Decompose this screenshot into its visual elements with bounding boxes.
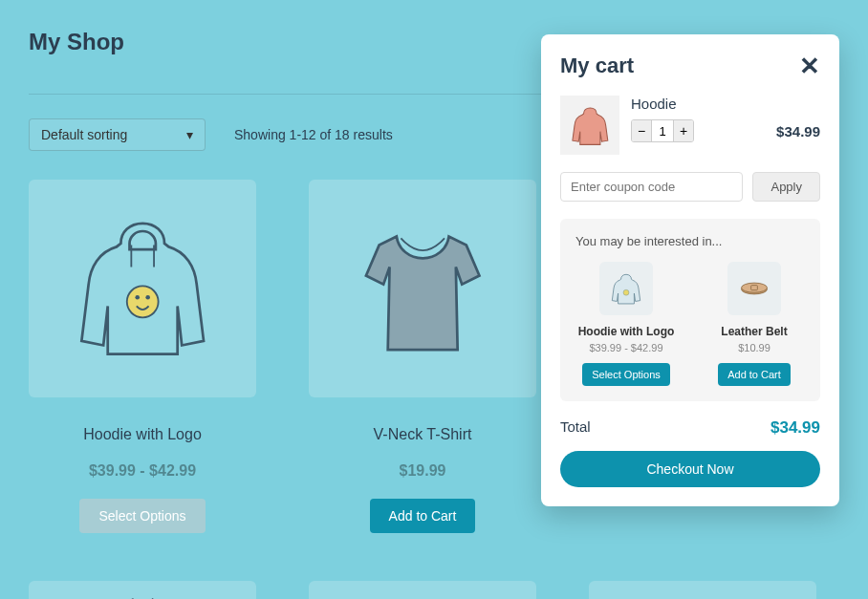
svg-point-5: [742, 283, 768, 292]
product-image[interactable]: [29, 581, 256, 599]
hoodie-icon: [606, 268, 646, 309]
product-card: [309, 581, 536, 599]
cart-panel: My cart ✕ Hoodie − + $34.99 Apply You ma…: [541, 34, 839, 506]
select-options-button[interactable]: Select Options: [582, 363, 670, 386]
product-name: Hoodie with Logo: [83, 426, 202, 443]
product-image[interactable]: [309, 581, 536, 599]
chevron-down-icon: ▾: [186, 127, 193, 142]
suggestion-name: Leather Belt: [721, 325, 787, 338]
add-to-cart-button[interactable]: Add to Cart: [718, 363, 791, 386]
suggestions-title: You may be interested in...: [575, 234, 805, 248]
belt-icon: [734, 268, 774, 309]
product-card: Hoodie with Logo $39.99 - $42.99 Select …: [29, 180, 256, 533]
suggestion-price: $39.99 - $42.99: [589, 342, 662, 353]
results-count: Showing 1-12 of 18 results: [234, 127, 393, 142]
total-row: Total $34.99: [560, 418, 820, 438]
total-value: $34.99: [770, 418, 820, 438]
cart-title: My cart: [560, 53, 634, 78]
cart-item-price: $34.99: [776, 123, 820, 139]
suggestions-box: You may be interested in... Hoodie with …: [560, 219, 820, 401]
coupon-row: Apply: [560, 172, 820, 202]
suggestion-item: Leather Belt $10.99 Add to Cart: [704, 262, 805, 386]
cart-item-info: Hoodie − + $34.99: [631, 96, 820, 142]
total-label: Total: [560, 418, 591, 438]
qty-increase-button[interactable]: +: [674, 120, 693, 141]
svg-point-0: [127, 286, 159, 317]
add-to-cart-button[interactable]: Add to Cart: [370, 499, 476, 533]
product-price: $19.99: [400, 462, 446, 480]
suggestion-thumb[interactable]: [727, 262, 781, 315]
qty-decrease-button[interactable]: −: [632, 120, 651, 141]
select-options-button[interactable]: Select Options: [79, 499, 205, 533]
svg-point-1: [135, 295, 140, 300]
coupon-input[interactable]: [560, 172, 743, 202]
cart-item: Hoodie − + $34.99: [560, 96, 820, 155]
product-icon: [612, 590, 793, 599]
svg-point-2: [145, 295, 150, 300]
product-card: [29, 581, 256, 599]
qty-price-row: − + $34.99: [631, 119, 820, 142]
product-icon: [52, 590, 233, 599]
suggestions-grid: Hoodie with Logo $39.99 - $42.99 Select …: [575, 262, 805, 386]
qty-input[interactable]: [651, 120, 674, 141]
product-card: [589, 581, 816, 599]
quantity-stepper: − +: [631, 119, 694, 142]
sort-select[interactable]: Default sorting ▾: [29, 118, 206, 151]
suggestion-item: Hoodie with Logo $39.99 - $42.99 Select …: [575, 262, 677, 386]
product-price: $39.99 - $42.99: [89, 462, 196, 480]
close-icon[interactable]: ✕: [799, 53, 820, 78]
cart-header: My cart ✕: [560, 53, 820, 78]
hoodie-icon: [52, 202, 233, 375]
product-grid-row2: [29, 581, 839, 599]
product-image[interactable]: [589, 581, 816, 599]
product-image[interactable]: [29, 180, 256, 397]
svg-point-3: [623, 289, 629, 295]
tshirt-icon: [332, 202, 513, 375]
cart-item-thumb: [560, 96, 619, 155]
suggestion-thumb[interactable]: [599, 262, 653, 315]
suggestion-name: Hoodie with Logo: [578, 325, 675, 338]
cart-item-name: Hoodie: [631, 96, 820, 112]
sort-label: Default sorting: [41, 127, 127, 142]
apply-button[interactable]: Apply: [752, 172, 820, 202]
suggestion-price: $10.99: [738, 342, 770, 353]
product-name: V-Neck T-Shirt: [374, 426, 472, 443]
checkout-button[interactable]: Checkout Now: [560, 451, 820, 487]
product-image[interactable]: [309, 180, 536, 397]
hoodie-icon: [565, 100, 616, 151]
product-card: V-Neck T-Shirt $19.99 Add to Cart: [309, 180, 536, 533]
